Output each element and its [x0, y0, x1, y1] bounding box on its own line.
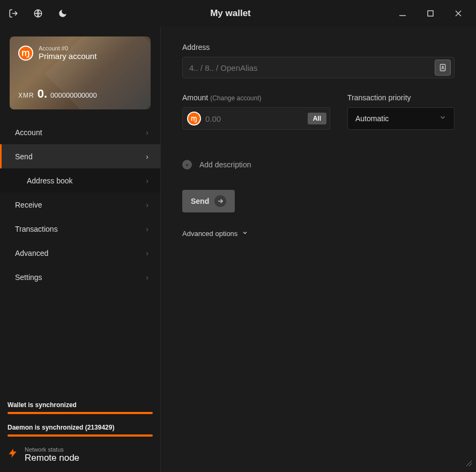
add-description-label: Add description	[199, 160, 251, 169]
chevron-right-icon: ›	[146, 152, 148, 161]
amount-all-button[interactable]: All	[308, 113, 326, 124]
network-status-value: Remote node	[25, 453, 79, 463]
nav-label: Receive	[15, 201, 42, 209]
amount-label: Amount (Change account)	[182, 93, 330, 102]
amount-input[interactable]	[205, 114, 308, 123]
lightning-icon	[8, 446, 18, 463]
svg-point-6	[442, 66, 444, 68]
minimize-button[interactable]	[392, 4, 413, 23]
chevron-right-icon: ›	[146, 201, 148, 209]
advanced-options-label: Advanced options	[182, 230, 237, 238]
address-input-wrap	[182, 57, 455, 78]
close-button[interactable]	[448, 4, 468, 23]
resize-grip-icon[interactable]	[465, 460, 473, 469]
svg-rect-2	[428, 11, 433, 16]
amount-label-text: Amount	[182, 93, 208, 102]
window-title: My wallet	[69, 8, 392, 19]
svg-line-8	[466, 461, 472, 466]
svg-line-9	[469, 463, 472, 466]
nav-label: Settings	[15, 273, 42, 282]
nav-item-send[interactable]: Send›	[0, 144, 160, 168]
plus-circle-icon: +	[182, 160, 192, 169]
account-card[interactable]: ɱ Account #0 Primary account XMR 0. 0000…	[10, 36, 151, 109]
moon-icon[interactable]	[57, 8, 69, 19]
nav-item-advanced[interactable]: Advanced›	[0, 241, 160, 265]
monero-logo-icon: ɱ	[187, 112, 201, 126]
chevron-right-icon: ›	[146, 225, 148, 233]
globe-icon[interactable]	[32, 8, 44, 19]
network-status-label: Network status	[25, 446, 79, 453]
account-number: Account #0	[39, 45, 96, 51]
chevron-right-icon: ›	[146, 176, 148, 185]
balance-currency: XMR	[18, 92, 34, 99]
nav-label: Send	[15, 152, 33, 161]
nav-label: Advanced	[15, 249, 48, 257]
chevron-right-icon: ›	[146, 273, 148, 282]
send-button[interactable]: Send	[182, 190, 235, 212]
add-description-button[interactable]: + Add description	[182, 160, 455, 169]
account-name: Primary account	[39, 51, 96, 61]
send-button-label: Send	[191, 197, 209, 205]
wallet-sync-status: Wallet is synchronized	[8, 401, 153, 409]
nav-item-account[interactable]: Account›	[0, 120, 160, 144]
logout-icon[interactable]	[8, 8, 19, 19]
priority-select[interactable]: Automatic	[347, 107, 455, 130]
nav-item-receive[interactable]: Receive›	[0, 193, 160, 217]
nav-item-transactions[interactable]: Transactions›	[0, 217, 160, 241]
priority-value: Automatic	[355, 114, 439, 123]
monero-logo-icon: ɱ	[18, 46, 33, 61]
nav-label: Address book	[27, 176, 73, 185]
chevron-down-icon	[439, 114, 447, 123]
daemon-sync-status: Daemon is synchronized (2139429)	[8, 424, 153, 431]
maximize-button[interactable]	[420, 4, 441, 23]
address-label: Address	[182, 43, 455, 51]
nav-label: Transactions	[15, 225, 58, 233]
nav-label: Account	[15, 128, 42, 137]
address-book-button[interactable]	[435, 60, 451, 76]
nav-item-settings[interactable]: Settings›	[0, 265, 160, 289]
wallet-sync-bar	[8, 412, 153, 414]
advanced-options-toggle[interactable]: Advanced options	[182, 230, 455, 238]
amount-input-wrap: ɱ All	[182, 107, 330, 130]
address-input[interactable]	[189, 63, 435, 72]
chevron-right-icon: ›	[146, 128, 148, 137]
balance-integer: 0.	[38, 87, 47, 101]
arrow-right-circle-icon	[214, 195, 226, 207]
nav-item-address-book[interactable]: Address book›	[0, 168, 160, 193]
chevron-right-icon: ›	[146, 249, 148, 257]
change-account-link[interactable]: (Change account)	[210, 94, 261, 102]
priority-label: Transaction priority	[347, 93, 455, 102]
daemon-sync-bar	[8, 434, 153, 437]
balance-decimal: 000000000000	[50, 91, 97, 99]
chevron-down-icon	[242, 230, 248, 238]
